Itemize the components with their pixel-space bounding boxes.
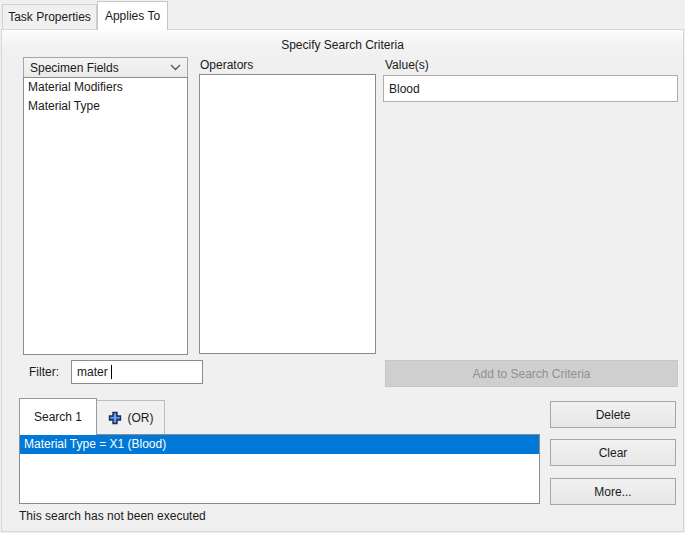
tab-applies-to[interactable]: Applies To xyxy=(97,1,168,30)
or-tab-label: (OR) xyxy=(128,411,154,425)
specimen-fields-list: Material Modifiers Material Type xyxy=(23,77,188,355)
specimen-fields-dropdown[interactable]: Specimen Fields xyxy=(23,57,188,78)
plus-icon[interactable] xyxy=(108,411,122,425)
value-input[interactable] xyxy=(383,75,678,102)
status-text: This search has not been executed xyxy=(19,509,206,523)
operators-label: Operators xyxy=(200,58,253,72)
text-caret xyxy=(111,365,112,379)
search-criteria-row[interactable]: Material Type = X1 (Blood) xyxy=(20,435,539,454)
clear-button[interactable]: Clear xyxy=(550,439,676,466)
chevron-down-icon xyxy=(170,64,181,71)
tab-task-properties-label: Task Properties xyxy=(8,10,91,24)
operators-list xyxy=(199,74,376,354)
values-label: Value(s) xyxy=(385,58,429,72)
tab-task-properties[interactable]: Task Properties xyxy=(2,4,97,29)
search-criteria-list: Material Type = X1 (Blood) xyxy=(19,434,540,504)
list-item[interactable]: Material Type xyxy=(24,97,187,116)
search-tab-1-label: Search 1 xyxy=(34,410,82,424)
add-to-search-criteria-button[interactable]: Add to Search Criteria xyxy=(385,360,678,387)
search-tab-1[interactable]: Search 1 xyxy=(19,398,97,435)
filter-label: Filter: xyxy=(29,365,59,379)
more-button[interactable]: More... xyxy=(550,478,676,505)
specimen-fields-dropdown-label: Specimen Fields xyxy=(30,61,119,75)
list-item[interactable]: Material Modifiers xyxy=(24,78,187,97)
page-title: Specify Search Criteria xyxy=(2,38,683,52)
tab-applies-to-label: Applies To xyxy=(105,9,160,23)
delete-button[interactable]: Delete xyxy=(550,401,676,428)
filter-input[interactable] xyxy=(71,360,203,384)
add-or-search-tab[interactable]: (OR) xyxy=(97,400,165,435)
applies-to-panel: Specify Search Criteria Specimen Fields … xyxy=(1,29,684,532)
